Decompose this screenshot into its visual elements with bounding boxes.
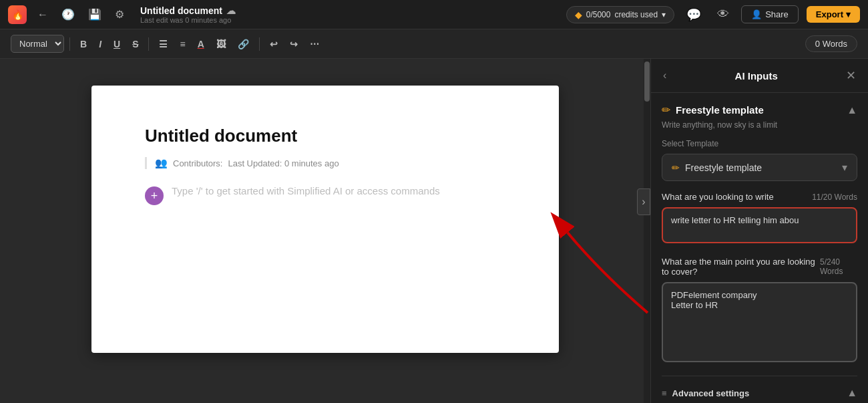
history-button[interactable]: 🕐 bbox=[56, 4, 80, 25]
settings-button[interactable]: ⚙ bbox=[110, 4, 130, 25]
contributors-icon: 👥 bbox=[155, 157, 168, 169]
toolbar-divider-2 bbox=[148, 37, 149, 51]
italic-button[interactable]: I bbox=[94, 36, 106, 52]
add-content-button[interactable]: + bbox=[145, 186, 164, 205]
editor-area[interactable]: Untitled document 👥 Contributors: Last U… bbox=[0, 59, 650, 403]
selected-template-name: Freestyle template bbox=[685, 162, 762, 173]
advanced-title-row: ≡ Advanced settings bbox=[662, 388, 749, 398]
document-title[interactable]: Untitled document bbox=[145, 126, 505, 146]
doc-title-topbar: Untitled document ☁ bbox=[140, 5, 236, 16]
diamond-icon: ◆ bbox=[575, 9, 582, 20]
cloud-icon: ☁ bbox=[226, 5, 236, 16]
export-chevron-icon: ▾ bbox=[846, 9, 851, 19]
ai-panel-body: ✏ Freestyle template ▲ Write anything, n… bbox=[651, 93, 868, 403]
format-select[interactable]: Normal bbox=[11, 35, 64, 53]
template-select-box[interactable]: ✏ Freestyle template ▾ bbox=[662, 154, 857, 181]
field2-label: What are the main point you are looking … bbox=[662, 257, 820, 277]
ai-panel-back-button[interactable]: ‹ bbox=[662, 68, 668, 83]
export-button[interactable]: Export ▾ bbox=[807, 6, 860, 23]
document-page: Untitled document 👥 Contributors: Last U… bbox=[91, 86, 559, 353]
app-logo: 🔥 bbox=[8, 5, 27, 24]
image-button[interactable]: 🖼 bbox=[212, 36, 230, 52]
pencil-icon: ✏ bbox=[662, 104, 670, 116]
credits-chevron-icon: ▾ bbox=[662, 10, 666, 19]
toolbar-divider-3 bbox=[259, 37, 260, 51]
field2-section: What are the main point you are looking … bbox=[662, 257, 857, 365]
field1-label: What are you looking to write bbox=[662, 192, 774, 202]
field1-section: What are you looking to write 11/20 Word… bbox=[662, 192, 857, 246]
template-title: Freestyle template bbox=[676, 104, 764, 116]
color-button[interactable]: A bbox=[193, 36, 209, 52]
bold-button[interactable]: B bbox=[75, 36, 91, 52]
credits-badge[interactable]: ◆ 0/5000 credits used ▾ bbox=[566, 6, 674, 23]
link-button[interactable]: 🔗 bbox=[233, 36, 254, 52]
ai-panel-header: ‹ AI Inputs ✕ bbox=[651, 59, 868, 93]
undo-button[interactable]: ↩ bbox=[265, 36, 282, 52]
advanced-settings-label: Advanced settings bbox=[672, 388, 750, 398]
template-header-row: ✏ Freestyle template ▲ bbox=[662, 104, 857, 116]
panel-collapse-toggle[interactable]: › bbox=[637, 188, 650, 215]
more-button[interactable]: ⋯ bbox=[305, 36, 324, 52]
template-select-inner: ✏ Freestyle template bbox=[672, 162, 762, 173]
topbar-right: ◆ 0/5000 credits used ▾ 💬 👁 👤 Share Expo… bbox=[566, 5, 860, 25]
template-chevron-icon: ▾ bbox=[842, 161, 847, 174]
credits-used: 0/5000 bbox=[586, 10, 611, 19]
share-icon: 👤 bbox=[751, 9, 762, 19]
strikethrough-button[interactable]: S bbox=[128, 36, 143, 52]
settings-lines-icon: ≡ bbox=[662, 388, 667, 398]
template-pencil-icon: ✏ bbox=[672, 162, 680, 173]
field2-count: 5/240 Words bbox=[820, 257, 857, 276]
last-edit-label: Last edit was 0 minutes ago bbox=[140, 16, 231, 24]
scrollbar-track bbox=[644, 59, 650, 403]
words-count-badge: 0 Words bbox=[805, 35, 857, 52]
advanced-chevron-icon: ▲ bbox=[847, 387, 857, 399]
document-meta: 👥 Contributors: Last Updated: 0 minutes … bbox=[145, 157, 505, 169]
toolbar-divider-1 bbox=[69, 37, 70, 51]
ai-panel: ‹ AI Inputs ✕ ✏ Freestyle template ▲ Wri… bbox=[650, 59, 868, 403]
template-select-section: Select Template ✏ Freestyle template ▾ bbox=[662, 139, 857, 181]
last-updated-label: Last Updated: 0 minutes ago bbox=[228, 158, 339, 168]
field2-textarea[interactable] bbox=[662, 282, 857, 362]
title-area: Untitled document ☁ Last edit was 0 minu… bbox=[140, 5, 561, 24]
redo-button[interactable]: ↪ bbox=[285, 36, 302, 52]
chevron-up-icon: ▲ bbox=[847, 104, 857, 116]
back-button[interactable]: ← bbox=[32, 5, 53, 25]
field1-textarea[interactable] bbox=[662, 207, 857, 243]
ai-panel-close-button[interactable]: ✕ bbox=[845, 67, 857, 84]
scrollbar-thumb[interactable] bbox=[644, 61, 650, 102]
chevron-right-icon: › bbox=[642, 196, 645, 208]
contributors-label: Contributors: bbox=[173, 158, 222, 168]
advanced-section: ≡ Advanced settings ▲ Number of Results … bbox=[662, 376, 857, 403]
list-button[interactable]: ☰ bbox=[154, 36, 172, 52]
field1-count: 11/20 Words bbox=[812, 192, 857, 202]
topbar-nav: ← 🕐 💾 ⚙ bbox=[32, 4, 130, 25]
credits-label: credits used bbox=[614, 10, 658, 19]
ai-panel-title-text: AI Inputs bbox=[735, 70, 778, 82]
topbar: 🔥 ← 🕐 💾 ⚙ Untitled document ☁ Last edit … bbox=[0, 0, 868, 29]
share-button[interactable]: 👤 Share bbox=[741, 5, 799, 23]
advanced-header[interactable]: ≡ Advanced settings ▲ bbox=[662, 387, 857, 399]
annotation-arrow bbox=[548, 206, 650, 340]
template-description: Write anything, now sky is a limit bbox=[662, 120, 857, 130]
field1-header: What are you looking to write 11/20 Word… bbox=[662, 192, 857, 202]
formatting-toolbar: Normal B I U S ☰ ≡ A 🖼 🔗 ↩ ↪ ⋯ 0 Words bbox=[0, 29, 868, 59]
eye-button[interactable]: 👁 bbox=[713, 5, 733, 24]
editor-placeholder[interactable]: Type '/' to get started with Simplified … bbox=[172, 185, 440, 196]
field2-header: What are the main point you are looking … bbox=[662, 257, 857, 277]
chat-button[interactable]: 💬 bbox=[682, 5, 705, 25]
save-button[interactable]: 💾 bbox=[83, 4, 107, 25]
align-button[interactable]: ≡ bbox=[175, 36, 190, 52]
underline-button[interactable]: U bbox=[109, 36, 125, 52]
doc-input-area: + Type '/' to get started with Simplifie… bbox=[145, 185, 505, 205]
ai-inputs-label: AI Inputs bbox=[735, 70, 778, 82]
select-template-label: Select Template bbox=[662, 139, 857, 148]
main-layout: Untitled document 👥 Contributors: Last U… bbox=[0, 59, 868, 403]
